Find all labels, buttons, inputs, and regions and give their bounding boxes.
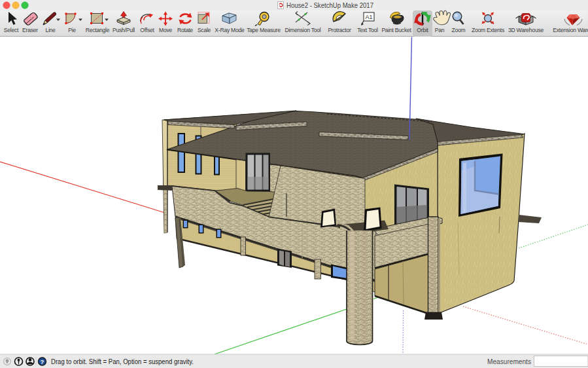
svg-text:?: ? <box>41 358 44 365</box>
svg-text:3D Warehouse: 3D Warehouse <box>508 27 544 33</box>
svg-text:Offset: Offset <box>140 27 154 33</box>
svg-text:X-Ray Mode: X-Ray Mode <box>215 27 245 33</box>
svg-text:Push/Pull: Push/Pull <box>112 27 135 33</box>
svg-text:Paint Bucket: Paint Bucket <box>381 27 411 33</box>
svg-text:Orbit: Orbit <box>417 27 428 33</box>
svg-text:Line: Line <box>45 27 56 33</box>
svg-text:Tape Measure: Tape Measure <box>247 27 281 33</box>
svg-text:Pie: Pie <box>68 27 76 33</box>
svg-text:Pan: Pan <box>435 27 445 33</box>
svg-text:Rectangle: Rectangle <box>86 27 110 33</box>
svg-text:Zoom: Zoom <box>452 27 466 33</box>
svg-text:Move: Move <box>159 27 172 33</box>
svg-text:Eraser: Eraser <box>22 27 38 33</box>
svg-text:Scale: Scale <box>198 27 211 33</box>
svg-text:Drag to orbit. Shift = Pan, Op: Drag to orbit. Shift = Pan, Option = sus… <box>51 358 194 365</box>
svg-text:House2 - SketchUp Make 2017: House2 - SketchUp Make 2017 <box>286 1 373 9</box>
svg-text:Text Tool: Text Tool <box>357 27 378 33</box>
svg-text:Measurements: Measurements <box>487 358 531 365</box>
svg-text:A1: A1 <box>365 14 372 20</box>
svg-text:Protractor: Protractor <box>328 27 351 33</box>
svg-text:Dimension Tool: Dimension Tool <box>285 27 320 33</box>
svg-text:Zoom Extents: Zoom Extents <box>472 27 504 33</box>
svg-text:Rotate: Rotate <box>177 27 193 33</box>
svg-text:Extension Wareh: Extension Wareh <box>553 27 588 33</box>
svg-text:Select: Select <box>4 27 19 33</box>
